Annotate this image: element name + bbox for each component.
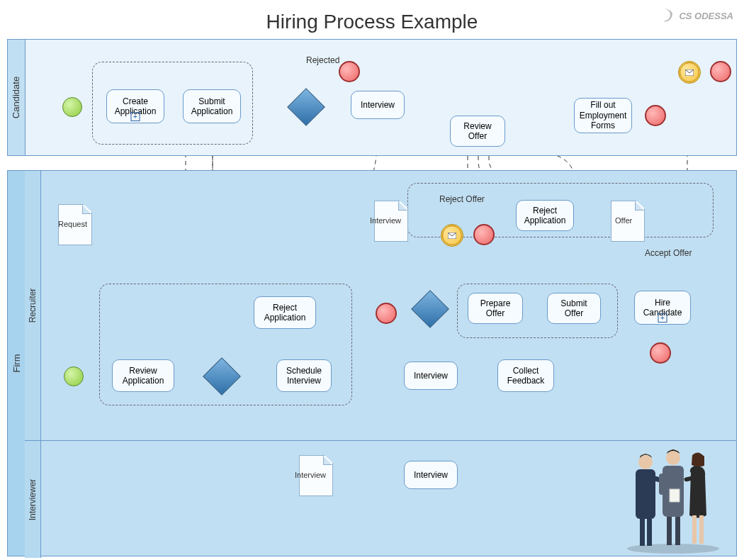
- pool-firm-label: Firm: [8, 171, 26, 556]
- svg-rect-15: [692, 515, 697, 544]
- svg-rect-5: [640, 519, 645, 546]
- task-interview-candidate: Interview: [351, 91, 405, 119]
- task-reject-application-top: Reject Application: [516, 200, 574, 231]
- doc-interview-2-label: Interview: [295, 471, 326, 479]
- task-hire-candidate: Hire Candidate +: [634, 291, 691, 325]
- pool-candidate-label: Candidate: [8, 40, 26, 155]
- svg-rect-14: [659, 474, 665, 495]
- task-reject-application-mid: Reject Application: [254, 296, 316, 329]
- svg-rect-10: [667, 517, 672, 545]
- doc-interview-1-label: Interview: [370, 216, 401, 225]
- candidate-msg-event: [678, 61, 701, 84]
- envelope-icon: [448, 233, 456, 239]
- task-fill-forms: Fill out Employment Forms: [574, 98, 632, 133]
- recruiter-reject-offer-end: [473, 224, 495, 245]
- task-review-application: Review Application: [112, 359, 174, 392]
- recruiter-hire-end: [650, 342, 671, 364]
- svg-point-12: [666, 451, 680, 465]
- task-interview-recruiter: Interview: [404, 362, 458, 390]
- subprocess-marker-icon: +: [131, 112, 140, 121]
- candidate-top-end: [710, 61, 731, 82]
- subprocess-marker-icon: +: [658, 313, 667, 323]
- task-submit-offer: Submit Offer: [547, 293, 601, 324]
- svg-rect-6: [647, 519, 652, 546]
- lane-interviewer-label: Interviewer: [25, 440, 41, 558]
- envelope-icon: [685, 69, 694, 76]
- label-accept-offer: Accept Offer: [645, 248, 692, 258]
- svg-rect-13: [670, 489, 680, 502]
- task-schedule-interview: Schedule Interview: [276, 359, 332, 392]
- logo-swirl-icon: [662, 7, 676, 24]
- label-rejected: Rejected: [306, 55, 339, 65]
- doc-offer-label: Offer: [615, 216, 632, 225]
- diagram-title: Hiring Process Example: [0, 0, 744, 37]
- task-submit-application: Submit Application: [183, 89, 241, 123]
- candidate-start-event: [62, 97, 82, 117]
- people-illustration: [620, 434, 726, 554]
- doc-request-label: Request: [58, 220, 87, 228]
- lane-recruiter-label: Recruiter: [25, 171, 41, 440]
- svg-rect-16: [699, 515, 704, 544]
- task-collect-feedback: Collect Feedback: [497, 359, 554, 392]
- task-interview-interviewer: Interview: [404, 461, 458, 489]
- task-create-application: Create Application +: [106, 89, 164, 123]
- label-reject-offer: Reject Offer: [439, 194, 485, 204]
- recruiter-msg-event: [441, 224, 463, 247]
- logo: CS ODESSA: [662, 7, 733, 24]
- candidate-forms-end: [645, 105, 666, 126]
- recruiter-reject-end: [376, 303, 397, 324]
- svg-rect-11: [675, 517, 680, 545]
- task-prepare-offer: Prepare Offer: [468, 293, 523, 324]
- candidate-rejected-end: [339, 61, 360, 82]
- svg-point-7: [638, 455, 653, 469]
- task-review-offer: Review Offer: [450, 116, 505, 147]
- recruiter-start-event: [64, 366, 84, 386]
